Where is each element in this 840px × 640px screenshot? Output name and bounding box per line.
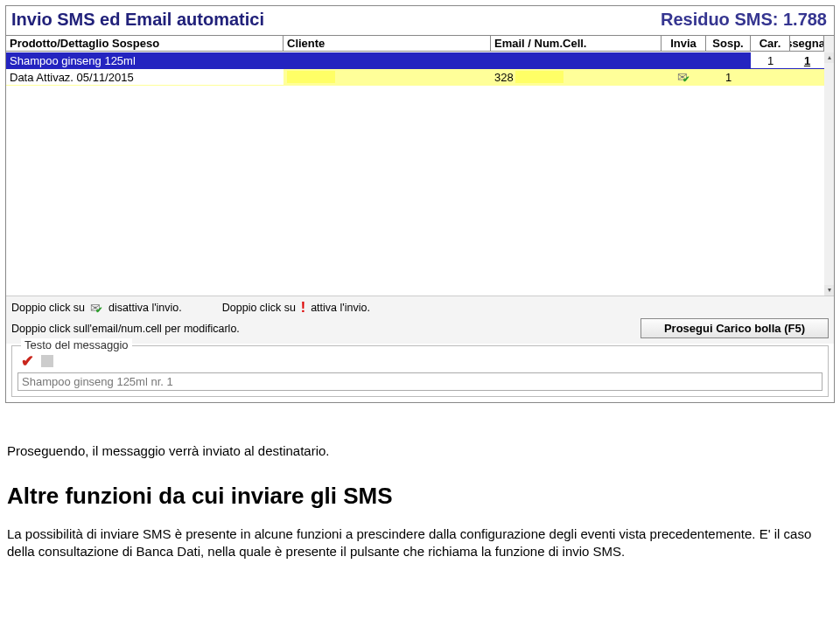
message-groupbox: Testo del messaggio ✔ <box>11 345 829 397</box>
hint-disattiva: disattiva l'invio. <box>108 302 182 314</box>
doc-paragraph-1: Proseguendo, il messaggio verrà inviato … <box>7 443 831 458</box>
table-row[interactable]: Shampoo ginseng 125ml 1 1 <box>6 52 824 69</box>
cell-sosp: 1 <box>706 69 751 85</box>
scroll-up-button[interactable]: ▴ <box>824 52 834 63</box>
cell-invia <box>662 52 706 68</box>
col-car[interactable]: Car. <box>751 36 790 52</box>
cell-cliente <box>284 52 491 68</box>
prosegui-button[interactable]: Prosegui Carico bolla (F5) <box>640 318 829 338</box>
cell-email <box>491 52 662 68</box>
cell-car <box>751 69 790 85</box>
cell-assegnato <box>790 69 824 85</box>
hint-edit: Doppio click sull'email/num.cell per mod… <box>11 323 240 335</box>
cell-prodotto: Data Attivaz. 05/11/2015 <box>6 69 284 85</box>
hint-dbl2: Doppio click su <box>222 302 296 314</box>
title-bar: Invio SMS ed Email automatici Residuo SM… <box>6 6 834 35</box>
col-prodotto[interactable]: Prodotto/Dettaglio Sospeso <box>6 36 284 52</box>
cell-email: 328 <box>491 69 662 85</box>
scroll-down-button[interactable]: ▾ <box>824 285 834 296</box>
col-invia[interactable]: Invia <box>662 36 706 52</box>
cell-sosp <box>706 52 751 68</box>
grid-empty-area <box>6 86 824 296</box>
col-email[interactable]: Email / Num.Cell. <box>491 36 662 52</box>
col-sosp[interactable]: Sosp. <box>706 36 751 52</box>
check-icon[interactable]: ✔ <box>21 355 34 367</box>
doc-heading: Altre funzioni da cui inviare gli SMS <box>7 483 831 510</box>
text-tool-icon[interactable] <box>41 355 53 367</box>
document-text: Proseguendo, il messaggio verrà inviato … <box>0 408 840 570</box>
message-input[interactable] <box>18 372 822 391</box>
window-title: Invio SMS ed Email automatici <box>11 10 264 30</box>
cell-car: 1 <box>751 52 790 68</box>
col-cliente[interactable]: Cliente <box>284 36 491 52</box>
message-toolbar: ✔ <box>18 353 822 372</box>
cell-invia[interactable] <box>662 69 706 85</box>
table-row[interactable]: Data Attivaz. 05/11/2015 328 1 <box>6 69 824 86</box>
doc-paragraph-2: La possibilità di inviare SMS è presente… <box>7 525 831 561</box>
grid-header-row: Prodotto/Dettaglio Sospeso Cliente Email… <box>6 36 824 52</box>
sms-residuo: Residuo SMS: 1.788 <box>661 10 827 30</box>
hint-dbl1: Doppio click su <box>11 302 85 314</box>
message-legend: Testo del messaggio <box>21 338 132 351</box>
exclamation-icon: ! <box>301 300 305 316</box>
cell-prodotto: Shampoo ginseng 125ml <box>6 52 284 68</box>
send-ok-icon <box>90 302 103 314</box>
cell-assegnato: 1 <box>790 52 824 68</box>
cell-cliente <box>284 69 491 85</box>
col-assegnato[interactable]: Assegnato <box>790 36 824 52</box>
hints-row-1: Doppio click su disattiva l'invio. Doppi… <box>6 296 834 316</box>
data-grid: Prodotto/Dettaglio Sospeso Cliente Email… <box>6 35 834 296</box>
send-ok-icon <box>677 71 690 83</box>
hint-attiva: attiva l'invio. <box>311 302 370 314</box>
sms-window: Invio SMS ed Email automatici Residuo SM… <box>5 5 835 403</box>
